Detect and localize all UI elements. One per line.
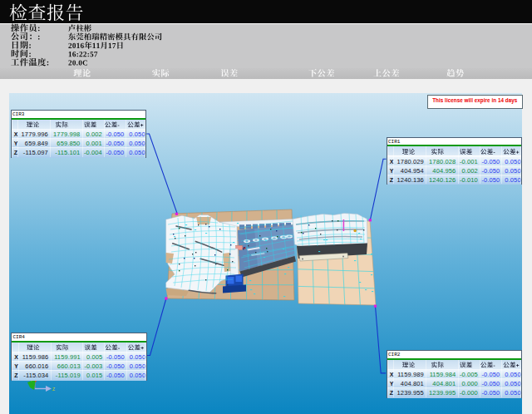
svg-text:Z: Z <box>52 387 55 392</box>
